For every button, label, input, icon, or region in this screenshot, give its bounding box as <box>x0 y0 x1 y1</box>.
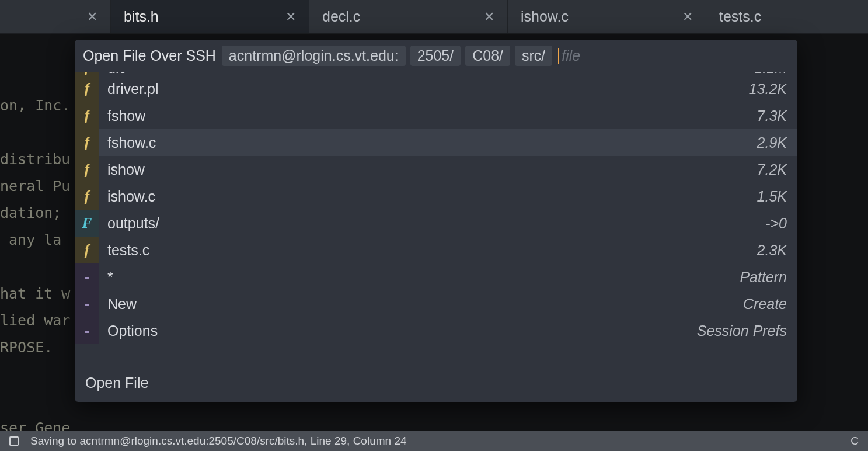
tab-label: decl.c <box>322 8 360 25</box>
file-list-item[interactable]: fdlc1.1M <box>75 72 797 75</box>
panel-footer: Open File <box>75 366 797 402</box>
breadcrumb-segment[interactable]: src/ <box>515 46 552 66</box>
file-meta: ->0 <box>765 215 797 232</box>
status-bar: Saving to acntrmn@rlogin.cs.vt.edu:2505/… <box>0 431 868 451</box>
panel-title: Open File Over SSH <box>83 47 216 64</box>
tab-label: tests.c <box>719 8 761 25</box>
file-name: ishow <box>99 161 757 178</box>
status-message: Saving to acntrmn@rlogin.cs.vt.edu:2505/… <box>30 435 407 447</box>
tab-label: ishow.c <box>521 8 569 25</box>
file-list-item[interactable]: fdriver.pl13.2K <box>75 75 797 102</box>
file-list-item[interactable]: ffshow7.3K <box>75 102 797 129</box>
file-name: driver.pl <box>99 81 749 98</box>
status-language: C <box>850 435 859 447</box>
file-name: fshow.c <box>99 134 757 151</box>
file-list-item[interactable]: ftests.c2.3K <box>75 237 797 263</box>
status-checkbox[interactable] <box>9 436 19 446</box>
file-kind-icon: - <box>75 263 99 290</box>
close-icon[interactable]: ✕ <box>682 11 693 23</box>
filename-input[interactable]: file <box>558 47 789 64</box>
file-meta: 2.3K <box>757 242 797 259</box>
file-list-item[interactable]: fishow7.2K <box>75 156 797 183</box>
file-meta: 1.5K <box>757 188 797 205</box>
file-list: fdlc1.1Mfdriver.pl13.2Kffshow7.3Kffshow.… <box>75 72 797 366</box>
file-list-item[interactable]: -NewCreate <box>75 290 797 317</box>
file-list-item[interactable]: -*Pattern <box>75 263 797 290</box>
file-kind-icon: - <box>75 290 99 317</box>
close-icon[interactable]: ✕ <box>87 11 97 23</box>
breadcrumb-segment[interactable]: C08/ <box>465 46 510 66</box>
file-name: tests.c <box>99 242 757 259</box>
file-meta: Create <box>743 296 797 313</box>
tab[interactable]: decl.c✕ <box>309 0 508 33</box>
file-kind-icon: f <box>75 156 99 183</box>
tab[interactable]: bits.h✕ <box>111 0 309 33</box>
breadcrumb-segment[interactable]: acntrmn@rlogin.cs.vt.edu: <box>222 46 406 66</box>
text-caret <box>558 48 559 64</box>
file-name: outputs/ <box>99 215 765 232</box>
tab-bar: ✕bits.h✕decl.c✕ishow.c✕tests.c✕ <box>0 0 868 34</box>
open-file-panel: Open File Over SSH acntrmn@rlogin.cs.vt.… <box>75 40 797 402</box>
file-name: Options <box>99 322 697 339</box>
file-meta: Pattern <box>740 269 797 286</box>
tab[interactable]: ✕ <box>0 0 111 33</box>
file-meta: Session Prefs <box>697 322 797 339</box>
file-name: New <box>99 296 743 313</box>
file-meta: 13.2K <box>749 81 797 98</box>
file-name: * <box>99 269 740 286</box>
file-meta: 2.9K <box>757 134 797 151</box>
file-kind-icon: f <box>75 129 99 156</box>
file-list-item[interactable]: ffshow.c2.9K <box>75 129 797 156</box>
file-name: dlc <box>99 72 754 77</box>
breadcrumb: acntrmn@rlogin.cs.vt.edu:2505/C08/src/ <box>222 46 552 66</box>
file-list-item[interactable]: Foutputs/->0 <box>75 210 797 237</box>
close-icon[interactable]: ✕ <box>285 11 296 23</box>
file-meta: 7.2K <box>757 161 797 178</box>
close-icon[interactable]: ✕ <box>484 11 494 23</box>
file-kind-icon: F <box>75 210 99 237</box>
file-meta: 1.1M <box>754 72 797 77</box>
file-kind-icon: - <box>75 317 99 344</box>
panel-prompt: Open File Over SSH acntrmn@rlogin.cs.vt.… <box>75 40 797 72</box>
file-kind-icon: f <box>75 237 99 263</box>
file-name: fshow <box>99 107 757 124</box>
file-kind-icon: f <box>75 183 99 210</box>
file-kind-icon: f <box>75 75 99 102</box>
file-list-item[interactable]: -OptionsSession Prefs <box>75 317 797 344</box>
breadcrumb-segment[interactable]: 2505/ <box>410 46 461 66</box>
file-kind-icon: f <box>75 102 99 129</box>
filename-placeholder: file <box>562 47 580 64</box>
tab[interactable]: ishow.c✕ <box>508 0 706 33</box>
tab[interactable]: tests.c✕ <box>706 0 868 33</box>
tab-label: bits.h <box>124 8 159 25</box>
file-list-item[interactable]: fishow.c1.5K <box>75 183 797 210</box>
file-meta: 7.3K <box>757 107 797 124</box>
file-name: ishow.c <box>99 188 757 205</box>
